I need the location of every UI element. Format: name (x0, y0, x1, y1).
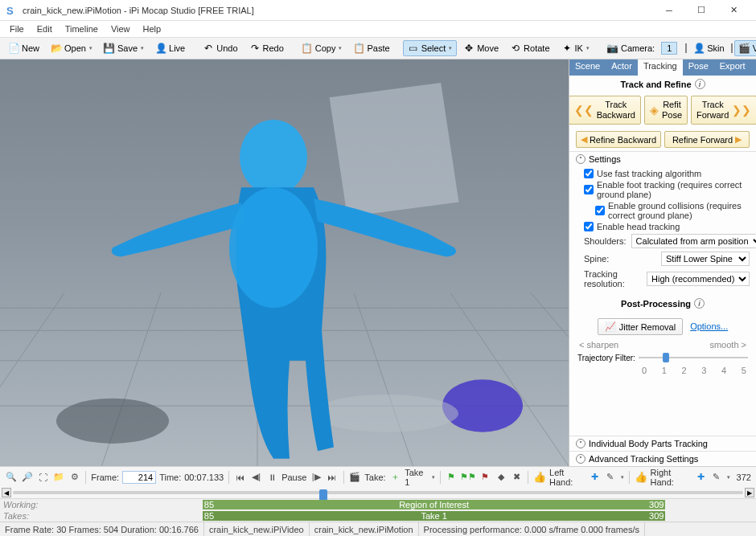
step-back-icon[interactable]: ◀| (250, 470, 263, 485)
flag-red-icon[interactable]: ⚑ (479, 470, 491, 485)
video-toggle[interactable]: 🎬Video (734, 40, 756, 56)
app-icon: S (6, 5, 18, 16)
pause-icon[interactable]: ⏸ (265, 470, 278, 485)
settings-header[interactable]: ˄ Settings (569, 151, 756, 166)
takes-label: Takes: (0, 511, 48, 521)
track-backward-button[interactable]: ❮❮Track Backward (569, 96, 641, 125)
timeline-slider[interactable]: ◀ ▶ (0, 487, 756, 498)
status-bar: Frame Rate: 30 Frames: 504 Duration: 00:… (0, 522, 756, 536)
copy-button[interactable]: 📋Copy▾ (297, 40, 347, 56)
select-tool[interactable]: ▭Select▾ (403, 40, 458, 56)
marker-icon[interactable]: ◆ (495, 470, 507, 485)
timeline-right-button[interactable]: ▶ (745, 488, 754, 497)
tab-scene[interactable]: Scene (569, 59, 606, 76)
tab-tracking[interactable]: Tracking (638, 59, 683, 76)
minimize-button[interactable]: ─ (653, 0, 685, 21)
status-framerate: Frame Rate: 30 Frames: 504 Duration: 00:… (0, 522, 204, 536)
options-link[interactable]: Options... (690, 321, 728, 331)
take-icon[interactable]: 🎬 (349, 470, 362, 485)
menu-help[interactable]: Help (137, 23, 168, 35)
track-forward-button[interactable]: Track Forward❯❯ (691, 96, 756, 125)
flag-pair-icon[interactable]: ⚑⚑ (461, 470, 475, 485)
foot-tracking-checkbox[interactable] (584, 185, 594, 194)
refine-forward-button[interactable]: Refine Forward▶ (664, 131, 750, 148)
right-hand-add-icon[interactable]: ✚ (694, 470, 707, 485)
advanced-tracking-header[interactable]: ˅Advanced Tracking Settings (569, 451, 756, 466)
time-value: 00:07.133 (184, 473, 224, 482)
paste-button[interactable]: 📋Paste (348, 40, 394, 56)
move-tool[interactable]: ✥Move (458, 40, 503, 56)
tab-batch[interactable]: Batch (751, 59, 756, 76)
settings-icon[interactable]: ⚙ (68, 470, 81, 485)
close-button[interactable]: ✕ (717, 0, 750, 21)
video-bars-icon[interactable] (731, 43, 733, 53)
left-hand-edit-icon[interactable]: ✎ (604, 470, 617, 485)
menu-edit[interactable]: Edit (31, 23, 59, 35)
spine-select[interactable]: Stiff Lower Spine (661, 252, 750, 266)
info-icon[interactable]: i (695, 79, 705, 89)
skin-bars-icon[interactable] (685, 43, 687, 53)
track-refine-heading: Track and Refine i (569, 76, 756, 92)
undo-button[interactable]: ↶Undo (198, 40, 242, 56)
timeline-left-button[interactable]: ◀ (2, 488, 11, 497)
tracking-resolution-select[interactable]: High (recommended) (647, 272, 750, 286)
status-file2: crain_kick_new.iPiMotion (310, 522, 419, 536)
zoom-fit-icon[interactable]: ⛶ (36, 470, 49, 485)
ik-tool[interactable]: ✦IK▾ (557, 40, 594, 56)
arrow-left-icon: ❮❮ (574, 104, 594, 117)
right-hand-edit-icon[interactable]: ✎ (710, 470, 723, 485)
undo-icon: ↶ (203, 43, 214, 54)
jitter-removal-button[interactable]: 📈Jitter Removal (598, 318, 683, 335)
roi-bar[interactable]: 85Region of Interest309 (48, 500, 750, 509)
timeline-thumb[interactable] (319, 489, 327, 501)
save-button[interactable]: 💾Save▾ (99, 40, 149, 56)
info-icon[interactable]: i (694, 298, 705, 309)
tab-actor[interactable]: Actor (606, 59, 638, 76)
live-button[interactable]: 👤Live (150, 40, 190, 56)
menu-timeline[interactable]: Timeline (59, 23, 105, 35)
zoom-in-icon[interactable]: 🔍 (5, 470, 18, 485)
zoom-out-icon[interactable]: 🔎 (21, 470, 34, 485)
left-hand-add-icon[interactable]: ✚ (588, 470, 601, 485)
skip-start-icon[interactable]: ⏮ (234, 470, 247, 485)
menu-file[interactable]: File (3, 23, 31, 35)
chevron-down-icon: ˅ (576, 454, 585, 464)
fast-tracking-checkbox[interactable] (584, 169, 594, 178)
head-tracking-checkbox[interactable] (584, 222, 594, 231)
individual-body-parts-header[interactable]: ˅Individual Body Parts Tracking (569, 436, 756, 451)
slider-thumb[interactable] (663, 353, 669, 362)
shoulders-select[interactable]: Calculated from arm position (631, 234, 756, 248)
svg-point-14 (240, 120, 307, 195)
redo-button[interactable]: ↷Redo (244, 40, 289, 56)
open-button[interactable]: 📂Open▾ (46, 40, 97, 56)
rotate-tool[interactable]: ⟲Rotate (505, 40, 554, 56)
skip-end-icon[interactable]: ⏭ (326, 470, 339, 485)
new-button[interactable]: 📄New (3, 40, 44, 56)
camera-number[interactable]: 1 (661, 42, 677, 55)
skin-toggle[interactable]: 👤Skin (688, 40, 729, 56)
takes-bar[interactable]: 85Take 1309 (48, 511, 750, 521)
ground-collisions-checkbox[interactable] (595, 206, 605, 215)
svg-point-15 (229, 187, 318, 308)
folder-icon[interactable]: 📁 (52, 470, 65, 485)
viewport-3d[interactable] (0, 59, 569, 466)
refit-pose-button[interactable]: ◈Refit Pose (644, 96, 688, 125)
window-title: crain_kick_new.iPiMotion - iPi Mocap Stu… (23, 6, 653, 15)
tab-pose[interactable]: Pose (683, 59, 714, 76)
take-name[interactable]: Take 1 (405, 468, 427, 487)
tab-export[interactable]: Export (714, 59, 751, 76)
menu-view[interactable]: View (105, 23, 137, 35)
trajectory-filter-slider[interactable] (639, 351, 748, 364)
delete-icon[interactable]: ✖ (510, 470, 523, 485)
flag-green-icon[interactable]: ⚑ (445, 470, 458, 485)
refine-backward-button[interactable]: ◀Refine Backward (576, 131, 661, 148)
select-icon: ▭ (408, 43, 419, 54)
paste-icon: 📋 (353, 43, 364, 54)
svg-point-13 (314, 395, 458, 432)
frame-input[interactable] (122, 471, 156, 484)
step-fwd-icon[interactable]: |▶ (310, 470, 323, 485)
svg-line-7 (354, 293, 418, 466)
maximize-button[interactable]: ☐ (685, 0, 717, 21)
chevron-down-icon: ▾ (141, 45, 144, 51)
add-take-icon[interactable]: ＋ (389, 470, 402, 485)
